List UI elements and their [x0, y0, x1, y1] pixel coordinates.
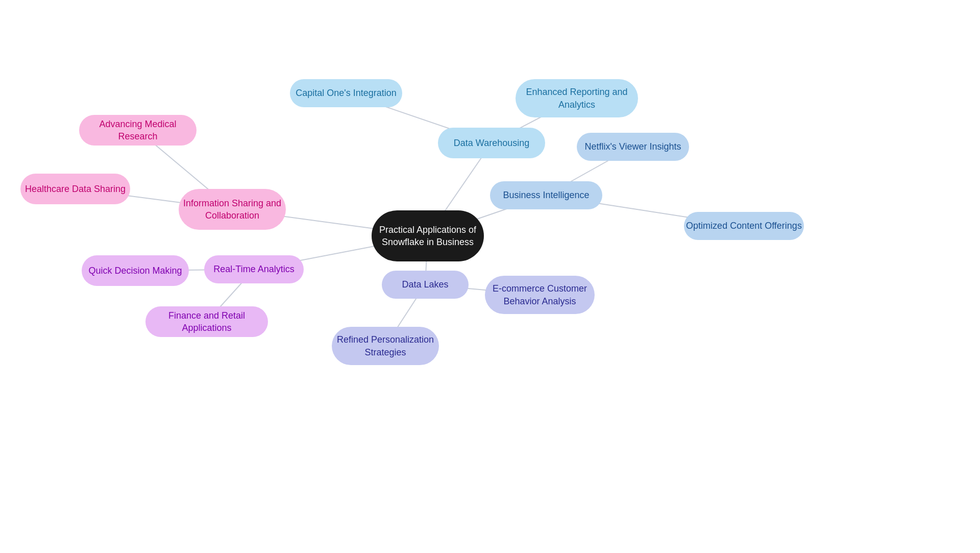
node-refinedPersonalization[interactable]: Refined Personalization Strategies — [332, 327, 439, 365]
node-label-center: Practical Applications ofSnowflake in Bu… — [377, 224, 478, 249]
node-optimizedContent[interactable]: Optimized Content Offerings — [684, 212, 804, 240]
node-advancingMedical[interactable]: Advancing Medical Research — [79, 115, 197, 146]
node-label-healthcareData: Healthcare Data Sharing — [23, 183, 128, 195]
node-label-businessIntelligence: Business Intelligence — [501, 189, 591, 201]
node-label-capitalOne: Capital One's Integration — [293, 87, 399, 99]
node-label-advancingMedical: Advancing Medical Research — [79, 118, 197, 143]
node-capitalOne[interactable]: Capital One's Integration — [290, 79, 402, 107]
node-label-financeRetail: Finance and Retail Applications — [145, 309, 268, 334]
node-healthcareData[interactable]: Healthcare Data Sharing — [20, 174, 130, 204]
node-ecommerce[interactable]: E-commerce Customer Behavior Analysis — [485, 276, 595, 314]
node-label-enhancedReporting: Enhanced Reporting and Analytics — [516, 86, 638, 111]
node-label-ecommerce: E-commerce Customer Behavior Analysis — [485, 282, 595, 307]
node-label-dataWarehousing: Data Warehousing — [452, 137, 531, 149]
node-label-refinedPersonalization: Refined Personalization Strategies — [332, 333, 439, 358]
node-label-dataLakes: Data Lakes — [400, 278, 450, 291]
node-label-realTimeAnalytics: Real-Time Analytics — [211, 263, 296, 275]
node-label-netflixViewer: Netflix's Viewer Insights — [582, 140, 683, 153]
node-financeRetail[interactable]: Finance and Retail Applications — [145, 306, 268, 337]
node-realTimeAnalytics[interactable]: Real-Time Analytics — [204, 255, 304, 283]
node-netflixViewer[interactable]: Netflix's Viewer Insights — [577, 133, 689, 161]
node-businessIntelligence[interactable]: Business Intelligence — [490, 181, 602, 209]
node-quickDecision[interactable]: Quick Decision Making — [82, 255, 189, 286]
node-label-quickDecision: Quick Decision Making — [86, 265, 184, 277]
node-enhancedReporting[interactable]: Enhanced Reporting and Analytics — [516, 79, 638, 117]
node-center[interactable]: Practical Applications ofSnowflake in Bu… — [372, 210, 484, 261]
node-dataWarehousing[interactable]: Data Warehousing — [438, 128, 545, 158]
node-dataLakes[interactable]: Data Lakes — [382, 271, 469, 299]
node-infoSharing[interactable]: Information Sharing and Collaboration — [179, 189, 286, 230]
node-label-optimizedContent: Optimized Content Offerings — [684, 220, 804, 232]
node-label-infoSharing: Information Sharing and Collaboration — [179, 197, 286, 222]
